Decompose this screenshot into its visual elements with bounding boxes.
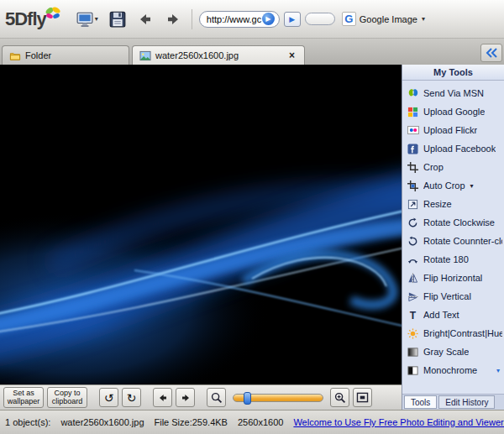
tool-label: Upload Flickr [423,125,477,135]
url-input[interactable] [207,14,262,24]
tools-sidebar: My Tools Send Via MSN [402,65,504,410]
image-icon [139,50,151,61]
tool-auto-crop[interactable]: Auto Crop ▾ [407,176,502,195]
monochrome-icon [407,364,419,377]
tool-upload-flickr[interactable]: Upload Flickr [407,121,502,139]
fit-screen-button[interactable] [353,388,372,407]
tab-folder[interactable]: Folder [2,45,129,65]
grayscale-icon [407,346,419,358]
resize-icon [407,198,419,211]
url-go-icon[interactable]: ▶ [262,13,275,25]
tool-rotate-180[interactable]: Rotate 180 [407,250,502,269]
tool-flip-horizontal[interactable]: Flip Horizontal [407,269,502,287]
tool-label: Rotate Clockwise [423,217,495,227]
app-logo-text: 5Dfly [5,8,46,30]
oval-button[interactable] [305,13,335,25]
tool-bright-contrast-hue[interactable]: Bright|Contrast|Hue [407,324,502,342]
tool-label: Monochrome [423,365,477,375]
status-filename: water2560x1600.jpg [60,417,144,427]
double-chevron-left-icon [485,48,498,58]
content-area: Set as wallpaper Copy to clipboard ↺ ↻ [0,65,504,410]
monochrome-dropdown-icon[interactable]: ▾ [496,367,500,374]
status-dimensions: 2560x1600 [238,417,283,427]
app-window: 5Dfly ▾ [0,0,504,434]
image-column: Set as wallpaper Copy to clipboard ↺ ↻ [0,65,402,410]
google-image-label: Google Image [360,14,417,24]
sidebar-tab-edit-history[interactable]: Edit History [438,395,495,409]
rotate-180-icon [407,254,419,266]
zoom-slider-handle[interactable] [244,392,251,405]
tool-label: Auto Crop [423,180,465,191]
tab-image[interactable]: water2560x1600.jpg × [132,45,305,65]
rotate-clockwise-icon [407,217,419,229]
tool-flip-vertical[interactable]: Flip Vertical [407,287,502,306]
back-button[interactable] [134,9,157,29]
add-text-icon: T [407,309,419,322]
tool-label: Gray Scale [423,347,469,357]
toolbar-separator [192,9,192,29]
tool-gray-scale[interactable]: Gray Scale [407,342,502,361]
display-mode-button[interactable]: ▾ [72,8,102,30]
msn-icon [407,87,419,100]
zoom-button[interactable] [330,388,349,407]
tab-image-label: water2560x1600.jpg [155,50,239,60]
app-logo: 5Dfly [5,8,61,30]
url-box: ▶ [199,11,280,28]
next-image-button[interactable] [176,388,195,407]
zoom-tool-button[interactable] [207,388,226,407]
tool-label: Crop [423,162,444,172]
image-viewport[interactable] [0,65,402,384]
zoom-slider[interactable] [233,394,323,402]
tool-upload-facebook[interactable]: Upload Facebook [407,139,502,158]
tool-send-via-msn[interactable]: Send Via MSN [407,84,502,102]
previous-image-button[interactable] [153,388,172,407]
tab-close-icon[interactable]: × [286,50,297,60]
rotate-counterclockwise-icon [407,235,419,248]
tool-monochrome[interactable]: Monochrome ▾ [407,361,502,379]
flip-horizontal-icon [407,272,419,285]
google-logo-icon: G [342,12,356,26]
facebook-icon [407,143,419,155]
google-dropdown-icon: ▾ [422,15,425,23]
crop-icon [407,161,419,174]
status-object-count: 1 object(s): [5,417,50,427]
status-welcome-link[interactable]: Welcome to Use Fly Free Photo Editing an… [293,417,504,427]
tool-label: Rotate Counnter-clo [423,236,502,246]
tool-rotate-counterclockwise[interactable]: Rotate Counnter-clo [407,232,502,250]
panel-toggle-button[interactable] [480,44,502,62]
flickr-icon [407,124,419,137]
rotate-cw-button[interactable]: ↻ [122,388,141,407]
tool-upload-google[interactable]: Upload Google [407,102,502,121]
tool-crop[interactable]: Crop [407,158,502,176]
tool-add-text[interactable]: T Add Text [407,306,502,324]
auto-crop-dropdown-icon[interactable]: ▾ [470,182,474,190]
magnifier-icon [211,392,223,404]
sidebar-footer-tabs: Tools Edit History [402,394,504,410]
tool-resize[interactable]: Resize [407,195,502,213]
display-mode-dropdown-icon[interactable]: ▾ [95,15,98,23]
tool-rotate-clockwise[interactable]: Rotate Clockwise [407,213,502,232]
tools-list: Send Via MSN Upload Google [402,81,504,394]
go-button[interactable]: ▶ [284,12,301,27]
tool-label: Resize [423,199,452,209]
status-filesize: File Size:259.4KB [155,417,228,427]
set-wallpaper-button[interactable]: Set as wallpaper [3,387,44,408]
google-image-dropdown[interactable]: G Google Image ▾ [339,10,428,28]
tool-label: Rotate 180 [423,254,469,264]
wallpaper-image [0,65,402,384]
brightness-icon [407,327,419,340]
rotate-ccw-button[interactable]: ↺ [99,388,118,407]
tab-bar: Folder water2560x1600.jpg × [0,39,504,65]
status-bar: 1 object(s): water2560x1600.jpg File Siz… [0,410,504,434]
svg-text:T: T [410,310,417,321]
copy-clipboard-button[interactable]: Copy to clipboard [47,387,87,408]
forward-button[interactable] [161,9,185,29]
tool-label: Add Text [423,310,459,320]
save-icon [109,11,126,28]
next-arrow-icon [180,393,192,403]
save-button[interactable] [106,8,129,30]
top-toolbar: 5Dfly ▾ [0,0,504,39]
bottom-toolbar: Set as wallpaper Copy to clipboard ↺ ↻ [0,384,402,410]
tool-label: Upload Facebook [423,144,496,154]
sidebar-tab-tools[interactable]: Tools [404,395,437,409]
